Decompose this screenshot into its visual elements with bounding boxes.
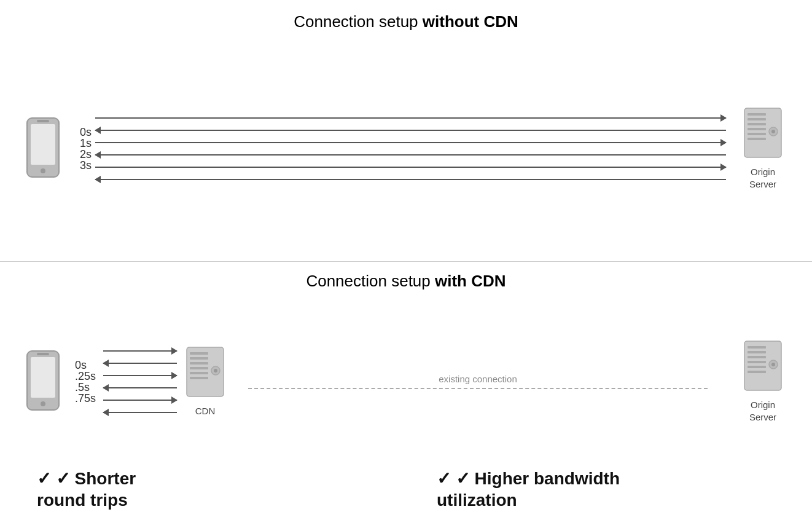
svg-rect-7 [748,123,766,125]
server-label-top: OriginServer [749,166,776,190]
section-title-bottom: Connection setup with CDN [306,272,506,291]
time-0s: 0s [80,127,92,138]
svg-rect-9 [748,133,766,135]
svg-rect-19 [190,357,208,360]
phone-icon-top [25,117,68,181]
dotted-connection-line [248,388,708,389]
time-1s: 1s [80,138,92,149]
cdn-arrow-left-1 [103,363,177,364]
cdn-left: 0s .25s .5s .75s [25,345,230,419]
svg-rect-6 [748,118,766,120]
svg-rect-2 [37,120,49,122]
time-2s: 2s [80,149,92,160]
svg-rect-15 [37,353,49,355]
cdn-time-75s: .75s [75,393,96,404]
section-with-cdn: Connection setup with CDN 0s .25s .5s .7… [0,262,812,521]
cdn-existing-connection: existing connection [230,374,726,389]
cdn-short-arrows [103,345,177,419]
section-without-cdn: Connection setup without CDN 0s 1s 2s 3s [0,0,812,262]
cdn-arrow-right-2 [103,375,177,376]
svg-point-25 [214,369,217,372]
time-labels-top: 0s 1s 2s 3s [80,127,92,171]
cdn-arrow-left-3 [103,412,177,413]
svg-rect-31 [748,366,766,368]
svg-rect-10 [748,138,766,140]
svg-rect-27 [748,346,766,349]
cdn-time-5s: .5s [75,382,96,393]
arrow-right-2 [95,142,726,143]
svg-rect-29 [748,356,766,358]
benefit-shorter-trips: ✓ ✓ Shorter round trips [37,468,388,511]
cdn-arrow-right-1 [103,350,177,352]
svg-rect-1 [31,124,55,165]
benefit2-text: ✓ Higher bandwidth utilization [437,469,620,510]
cdn-arrow-row-4 [103,382,177,394]
existing-connection-label: existing connection [439,374,517,384]
svg-rect-14 [31,357,55,398]
arrow-row-1 [95,112,726,124]
diagram-without-cdn: 0s 1s 2s 3s [25,42,787,255]
cdn-time-25s: .25s [75,371,96,382]
svg-rect-20 [190,362,208,364]
svg-point-12 [771,130,775,133]
cdn-arrow-row-3 [103,369,177,382]
cdn-arrow-left-2 [103,387,177,388]
diagram-with-cdn: 0s .25s .5s .75s [25,302,787,462]
time-labels-cdn: 0s .25s .5s .75s [75,360,96,404]
cdn-time-0s: 0s [75,360,96,371]
cdn-arrow-row-6 [103,406,177,419]
origin-server-label-bottom: OriginServer [749,399,776,423]
arrow-row-3 [95,136,726,149]
svg-point-34 [771,363,775,366]
title-bold-top: without CDN [423,12,518,31]
title-bold-bottom: with CDN [435,272,506,290]
title-normal-bottom: Connection setup [306,272,435,290]
benefits-row: ✓ ✓ Shorter round trips ✓ ✓ Higher bandw… [25,462,787,514]
arrow-right-1 [95,117,726,119]
cdn-arrow-row-2 [103,357,177,369]
cdn-arrow-row-5 [103,394,177,406]
origin-server-icon-bottom: OriginServer [738,340,787,423]
time-3s: 3s [80,160,92,171]
svg-rect-18 [190,352,208,355]
svg-rect-8 [748,128,766,130]
arrow-row-5 [95,161,726,173]
arrows-without-cdn [95,112,726,186]
cdn-label: CDN [195,405,216,417]
svg-point-3 [41,168,45,173]
title-normal-top: Connection setup [294,12,423,31]
cdn-right: OriginServer [726,340,787,423]
cdn-arrow-row-1 [103,345,177,357]
cdn-server-icon: CDN [181,346,230,417]
checkmark-1: ✓ [37,469,56,488]
server-icon-top: OriginServer [738,107,787,190]
arrow-left-1 [95,130,726,131]
section-title-top: Connection setup without CDN [294,12,518,31]
cdn-arrow-right-3 [103,400,177,401]
svg-rect-21 [190,367,208,369]
checkmark-2: ✓ [437,469,456,488]
svg-rect-22 [190,372,208,374]
svg-rect-28 [748,351,766,353]
phone-icon-bottom [25,350,68,414]
svg-point-16 [41,401,45,406]
arrow-row-2 [95,124,726,136]
arrow-row-6 [95,173,726,186]
arrow-row-4 [95,149,726,161]
svg-rect-23 [190,377,208,379]
svg-rect-30 [748,361,766,363]
svg-rect-5 [748,113,766,116]
arrow-left-2 [95,154,726,156]
arrow-right-3 [95,167,726,168]
benefit-higher-bandwidth: ✓ ✓ Higher bandwidth utilization [437,468,787,511]
svg-rect-32 [748,371,766,373]
arrow-left-3 [95,179,726,180]
